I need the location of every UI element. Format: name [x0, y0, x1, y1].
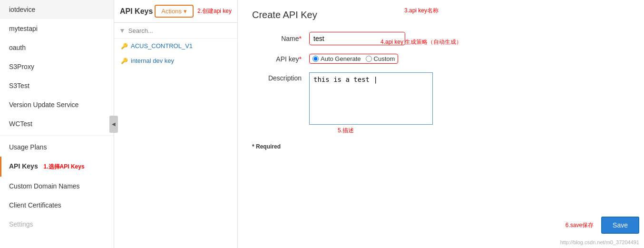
search-input[interactable]	[128, 27, 233, 34]
sidebar-item-usage-plans[interactable]: Usage Plans	[0, 138, 114, 157]
step1-annotation: 1.选择API Keys	[44, 163, 85, 170]
middle-panel-title: API Keys	[120, 7, 153, 16]
api-key-item-internal[interactable]: 🔑 internal dev key	[114, 53, 237, 68]
step2-annotation: 2.创建api key	[197, 7, 232, 15]
api-key-item-acus[interactable]: 🔑 ACUS_CONTROL_V1	[114, 39, 237, 53]
description-textarea[interactable]	[309, 72, 433, 125]
divider	[0, 135, 114, 136]
step4-annotation: 4.api key 生成策略（自动生成）	[381, 38, 462, 46]
description-label: Description	[252, 74, 309, 82]
sidebar: iotdevice mytestapi oauth S3Proxy S3Test…	[0, 0, 114, 248]
sidebar-item-custom-domain-names[interactable]: Custom Domain Names	[0, 177, 114, 196]
save-button[interactable]: Save	[601, 217, 639, 234]
search-bar: ▼	[114, 23, 237, 39]
sidebar-item-iotdevice[interactable]: iotdevice	[0, 0, 114, 19]
step3-annotation: 3.api key名称	[404, 7, 439, 15]
radio-custom[interactable]: Custom	[366, 55, 395, 62]
required-note: * Required	[252, 143, 630, 150]
collapse-panel-button[interactable]: ◀	[109, 116, 118, 133]
apikey-form-row: API key* Auto Generate Custom	[252, 54, 630, 64]
key-icon-internal: 🔑	[121, 58, 128, 64]
save-area: 6.save保存 Save	[566, 217, 639, 234]
page-title: Create API Key	[252, 10, 630, 20]
middle-header: API Keys Actions ▾ 2.创建api key	[114, 0, 237, 23]
sidebar-item-settings[interactable]: Settings	[0, 215, 114, 234]
radio-auto-generate[interactable]: Auto Generate	[312, 55, 361, 62]
sidebar-item-client-certificates[interactable]: Client Certificates	[0, 196, 114, 215]
sidebar-item-s3test[interactable]: S3Test	[0, 76, 114, 95]
filter-icon: ▼	[119, 27, 126, 34]
sidebar-item-wctest[interactable]: WCTest	[0, 114, 114, 133]
radio-custom-input[interactable]	[366, 56, 372, 62]
step5-annotation: 5.描述	[309, 127, 433, 135]
sidebar-item-version-update-service[interactable]: Version Update Service	[0, 95, 114, 114]
main-content: Create API Key 3.api key名称 Name* 4.api k…	[238, 0, 644, 248]
description-form-row: Description 5.描述	[252, 72, 630, 135]
sidebar-item-s3proxy[interactable]: S3Proxy	[0, 57, 114, 76]
sidebar-item-mytestapi[interactable]: mytestapi	[0, 19, 114, 38]
name-label: Name*	[252, 35, 309, 42]
apikey-label: API key*	[252, 55, 309, 63]
actions-button[interactable]: Actions ▾	[155, 5, 194, 18]
middle-panel: API Keys Actions ▾ 2.创建api key ◀ ▼ 🔑 ACU…	[114, 0, 238, 248]
footer-url: http://blog.csdn.net/m0_37204491	[560, 239, 639, 245]
key-icon-acus: 🔑	[121, 43, 128, 50]
step6-annotation: 6.save保存	[566, 221, 594, 229]
sidebar-item-api-keys[interactable]: API Keys 1.选择API Keys	[0, 157, 114, 177]
radio-auto-generate-input[interactable]	[312, 56, 319, 62]
sidebar-item-oauth[interactable]: oauth	[0, 38, 114, 57]
